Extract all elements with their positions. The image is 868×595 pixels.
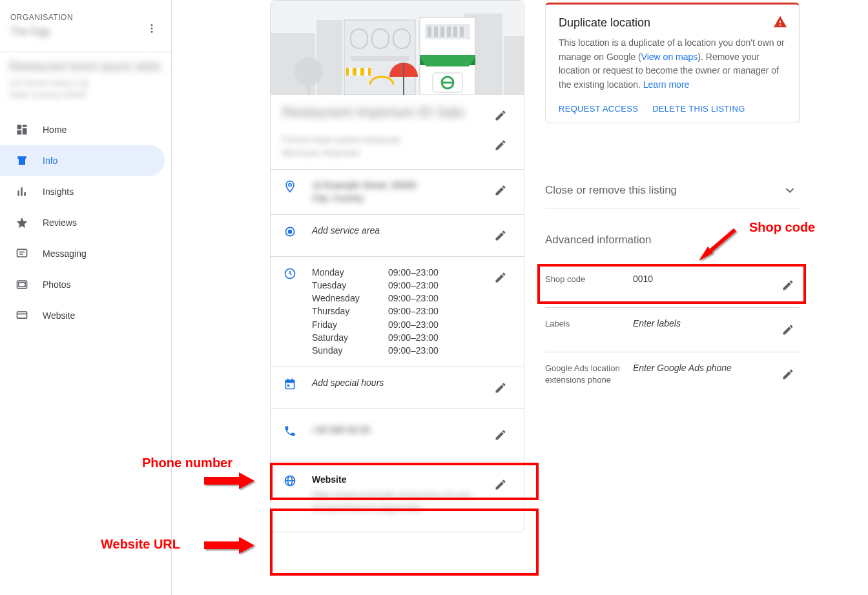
hours-row: Monday09:00–23:00 Tuesday09:00–23:00 Wed…	[271, 256, 524, 367]
nav-reviews-label: Reviews	[43, 217, 77, 228]
hours-grid: Monday09:00–23:00 Tuesday09:00–23:00 Wed…	[312, 266, 489, 358]
svg-rect-51	[287, 378, 289, 381]
pencil-icon	[781, 323, 794, 336]
labels-placeholder: Enter labels	[633, 318, 776, 328]
edit-website-button[interactable]	[489, 473, 512, 496]
labels-row: Labels Enter labels	[545, 308, 800, 352]
edit-ads-phone-button[interactable]	[776, 363, 800, 386]
svg-rect-10	[17, 249, 27, 257]
address-blurred: 10 Example Street, 00000City, Country	[312, 179, 489, 205]
svg-rect-21	[504, 36, 524, 95]
delete-listing-button[interactable]: DELETE THIS LISTING	[652, 104, 745, 114]
business-name-blurred: Restaurant Imperium Et Salo	[282, 104, 489, 121]
svg-rect-52	[292, 378, 293, 381]
pin-icon	[282, 179, 298, 194]
svg-rect-19	[316, 20, 342, 95]
svg-rect-59	[204, 477, 239, 485]
anno-arrow-phone	[202, 470, 256, 492]
edit-phone-button[interactable]	[489, 423, 512, 447]
labels-label: Labels	[545, 318, 633, 330]
svg-rect-61	[204, 541, 239, 549]
special-hours-placeholder: Add special hours	[312, 378, 384, 388]
edit-hours-button[interactable]	[489, 266, 512, 289]
ads-phone-label: Google Ads location extensions phone	[545, 363, 633, 386]
warning-icon	[773, 15, 787, 29]
svg-rect-39	[447, 26, 451, 37]
edit-special-hours-button[interactable]	[489, 376, 512, 399]
nav-messaging-label: Messaging	[43, 248, 87, 259]
svg-rect-14	[19, 282, 25, 287]
svg-rect-7	[17, 190, 19, 196]
hero-illustration	[271, 1, 524, 95]
ads-phone-placeholder: Enter Google Ads phone	[633, 363, 776, 373]
svg-rect-6	[17, 130, 22, 134]
website-icon	[14, 308, 30, 323]
website-row: Website https://www.example-restaurant-u…	[271, 461, 524, 532]
target-icon	[282, 224, 298, 239]
nav-photos[interactable]: Photos	[0, 269, 165, 300]
svg-point-45	[289, 183, 291, 186]
sidebar-nav: Home Info Insights Reviews Messaging Pho…	[0, 114, 171, 331]
pencil-icon	[781, 368, 794, 381]
learn-more-link[interactable]: Learn more	[643, 79, 690, 90]
clock-icon	[282, 266, 298, 281]
divider	[0, 52, 171, 52]
close-remove-row[interactable]: Close or remove this listing	[545, 176, 800, 208]
svg-rect-5	[23, 128, 27, 134]
svg-rect-50	[285, 380, 294, 383]
edit-category-button[interactable]	[489, 134, 512, 157]
nav-website-label: Website	[43, 310, 75, 321]
edit-labels-button[interactable]	[776, 318, 800, 341]
nav-messaging[interactable]: Messaging	[0, 238, 165, 269]
nav-website[interactable]: Website	[0, 300, 165, 331]
ads-phone-row: Google Ads location extensions phone Ent…	[545, 352, 800, 396]
pencil-icon	[781, 279, 794, 292]
svg-rect-4	[23, 125, 27, 126]
svg-rect-36	[428, 26, 431, 37]
view-on-maps-link[interactable]: View on maps	[641, 52, 698, 62]
svg-rect-15	[17, 312, 27, 318]
alert-title: Duplicate location	[559, 16, 786, 30]
advanced-heading: Advanced information	[545, 234, 800, 256]
svg-rect-9	[24, 192, 26, 196]
nav-insights[interactable]: Insights	[0, 176, 165, 207]
edit-address-button[interactable]	[489, 179, 512, 202]
close-remove-label: Close or remove this listing	[545, 184, 677, 197]
edit-shop-code-button[interactable]	[776, 274, 800, 297]
svg-rect-38	[440, 26, 444, 37]
advanced-list: Shop code 0010 Labels Enter labels Googl…	[545, 263, 800, 396]
nav-home[interactable]: Home	[0, 114, 165, 145]
photos-icon	[14, 277, 30, 292]
category-blurred: French haute cuisine restaurantMoroccan …	[282, 134, 489, 159]
svg-point-47	[289, 230, 292, 233]
edit-name-button[interactable]	[489, 104, 512, 127]
message-icon	[14, 246, 30, 261]
category-row: French haute cuisine restaurantMoroccan …	[271, 131, 524, 169]
store-icon	[14, 153, 30, 168]
shop-code-label: Shop code	[545, 274, 633, 285]
pencil-icon	[494, 184, 507, 197]
svg-rect-3	[17, 125, 22, 129]
pencil-icon	[494, 109, 507, 122]
nav-info[interactable]: Info	[0, 145, 165, 176]
svg-point-2	[151, 31, 153, 33]
edit-service-area-button[interactable]	[489, 224, 512, 247]
globe-icon	[282, 473, 298, 489]
svg-rect-53	[287, 385, 289, 387]
pencil-icon	[494, 478, 507, 491]
svg-rect-32	[364, 68, 368, 76]
calendar-icon	[282, 376, 298, 392]
svg-rect-37	[434, 26, 438, 37]
insights-icon	[14, 184, 30, 199]
svg-rect-30	[349, 68, 353, 76]
svg-rect-28	[351, 56, 409, 61]
svg-point-1	[151, 28, 153, 30]
website-label: Website	[312, 473, 489, 486]
request-access-button[interactable]: REQUEST ACCESS	[559, 104, 638, 114]
org-more-button[interactable]	[141, 18, 162, 39]
address-row: 10 Example Street, 00000City, Country	[271, 169, 524, 214]
nav-reviews[interactable]: Reviews	[0, 207, 165, 238]
svg-marker-60	[239, 472, 254, 489]
business-name-row: Restaurant Imperium Et Salo	[271, 95, 524, 131]
svg-rect-8	[21, 187, 23, 196]
